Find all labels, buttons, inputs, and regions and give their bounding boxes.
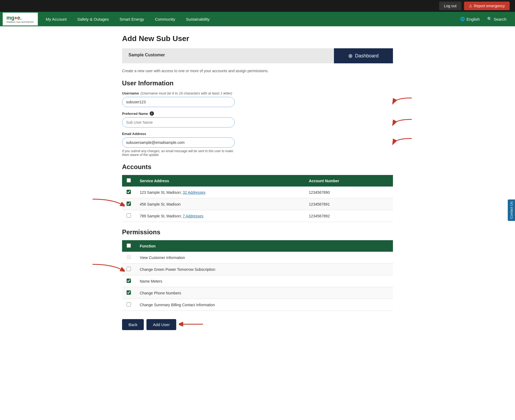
permission-function-1: Change Green Power Tomorrow Subscription <box>135 264 393 275</box>
permission-checkbox-2[interactable] <box>127 279 131 283</box>
accounts-table: Service Address Account Number 123 Sampl… <box>122 175 393 222</box>
nav-sustainability[interactable]: Sustainability <box>181 12 215 26</box>
logout-button[interactable]: Log out <box>439 2 461 10</box>
preferred-name-label: Preferred Name i <box>122 111 393 116</box>
accounts-number-header: Account Number <box>305 175 393 187</box>
permissions-table: Function View Customer InformationChange… <box>122 240 393 311</box>
account-checkbox-0[interactable] <box>127 190 131 194</box>
page-title: Add New Sub User <box>122 34 393 43</box>
email-note: If you submit any changes, an email mess… <box>122 149 235 157</box>
action-buttons: Back Add User <box>122 319 393 330</box>
email-input[interactable] <box>122 137 235 148</box>
customer-name: Sample Customer <box>122 48 334 63</box>
permission-checkbox-3[interactable] <box>127 290 131 295</box>
globe-icon: 🌐 <box>460 17 465 21</box>
account-row: 123 Sample St, Madison; 32 Addresses1234… <box>122 187 393 198</box>
search-icon: 🔍 <box>487 17 492 21</box>
arrow-email <box>390 137 414 149</box>
logo-text: mg♦e. <box>6 15 34 21</box>
permission-row: Name Meters <box>122 275 393 287</box>
account-row: 456 Sample St, Madison1234567891 <box>122 198 393 210</box>
arrow-add-user <box>179 319 206 330</box>
permission-row: Change Green Power Tomorrow Subscription <box>122 264 393 275</box>
permission-row: Change Phone Numbers <box>122 287 393 299</box>
username-label: Username (Username must be 6 to 16 chara… <box>122 91 393 95</box>
nav-right: 🌐 English 🔍 Search <box>457 12 512 26</box>
logo-subtitle: Madison Gas and Electric <box>6 21 34 23</box>
permissions-table-container: Function View Customer InformationChange… <box>122 240 393 311</box>
nav-safety-outages[interactable]: Safety & Outages <box>72 12 114 26</box>
preferred-name-input[interactable] <box>122 117 235 127</box>
nav-my-account[interactable]: My Account <box>41 12 72 26</box>
account-address-0: 123 Sample St, Madison; 32 Addresses <box>135 187 305 198</box>
email-label: Email Address <box>122 132 393 136</box>
account-checkbox-2[interactable] <box>127 213 131 218</box>
permissions-select-all-header[interactable] <box>122 240 135 252</box>
search-button[interactable]: 🔍 Search <box>484 12 510 26</box>
arrow-accounts <box>90 196 125 211</box>
username-note: (Username must be 6 to 16 characters wit… <box>141 91 232 95</box>
username-field-group: Username (Username must be 6 to 16 chara… <box>122 91 393 107</box>
account-checkbox-1[interactable] <box>127 202 131 206</box>
account-number-0: 1234567890 <box>305 187 393 198</box>
permission-checkbox-0 <box>127 255 131 259</box>
accounts-section-title: Accounts <box>122 163 393 171</box>
permissions-function-header: Function <box>135 240 393 252</box>
account-address-2: 789 Sample St, Madison; 7 Addresses <box>135 210 305 222</box>
contact-us-sidebar[interactable]: Contact Us <box>508 199 515 221</box>
customer-banner: Sample Customer Dashboard <box>122 48 393 63</box>
arrow-username <box>390 97 414 108</box>
logo[interactable]: mg♦e. Madison Gas and Electric <box>3 13 38 26</box>
main-content: Add New Sub User Sample Customer Dashboa… <box>117 34 398 330</box>
top-bar: Log out Report emergency <box>0 0 515 12</box>
email-field-group: Email Address If you submit any changes,… <box>122 132 393 157</box>
emergency-button[interactable]: Report emergency <box>464 2 510 10</box>
language-label: English <box>466 17 480 21</box>
permission-checkbox-4[interactable] <box>127 302 131 306</box>
account-address-link-0[interactable]: 32 Addresses <box>183 190 205 195</box>
arrow-preferred-name <box>390 118 414 130</box>
accounts-select-all-checkbox[interactable] <box>127 178 131 182</box>
nav-community[interactable]: Community <box>149 12 181 26</box>
permissions-select-all-checkbox[interactable] <box>127 243 131 248</box>
permission-function-3: Change Phone Numbers <box>135 287 393 299</box>
add-user-button[interactable]: Add User <box>146 319 176 330</box>
back-button[interactable]: Back <box>122 319 144 330</box>
permission-checkbox-1[interactable] <box>127 267 131 271</box>
info-icon[interactable]: i <box>150 111 154 116</box>
accounts-table-container: Service Address Account Number 123 Sampl… <box>122 175 393 222</box>
nav-smart-energy[interactable]: Smart Energy <box>114 12 150 26</box>
dashboard-button[interactable]: Dashboard <box>334 48 393 63</box>
permission-row: Change Summary Billing Contact Informati… <box>122 299 393 311</box>
account-row: 789 Sample St, Madison; 7 Addresses12345… <box>122 210 393 222</box>
account-address-link-2[interactable]: 7 Addresses <box>183 214 203 218</box>
permission-function-0: View Customer Information <box>135 252 393 264</box>
nav-links: My Account Safety & Outages Smart Energy… <box>41 12 457 26</box>
preferred-name-field-group: Preferred Name i <box>122 111 393 127</box>
permission-function-4: Change Summary Billing Contact Informati… <box>135 299 393 311</box>
user-info-section-title: User Information <box>122 79 393 87</box>
account-number-1: 1234567891 <box>305 198 393 210</box>
permission-function-2: Name Meters <box>135 275 393 287</box>
permission-row: View Customer Information <box>122 252 393 264</box>
accounts-select-all-header[interactable] <box>122 175 135 187</box>
permissions-section-title: Permissions <box>122 228 393 236</box>
navigation-bar: mg♦e. Madison Gas and Electric My Accoun… <box>0 12 515 26</box>
account-address-1: 456 Sample St, Madison <box>135 198 305 210</box>
language-selector[interactable]: 🌐 English <box>457 12 483 26</box>
account-number-2: 1234567892 <box>305 210 393 222</box>
arrow-permissions <box>90 262 125 276</box>
search-label: Search <box>494 17 506 21</box>
accounts-address-header: Service Address <box>135 175 305 187</box>
description-text: Create a new user with access to one or … <box>122 69 393 73</box>
username-input[interactable] <box>122 97 235 107</box>
